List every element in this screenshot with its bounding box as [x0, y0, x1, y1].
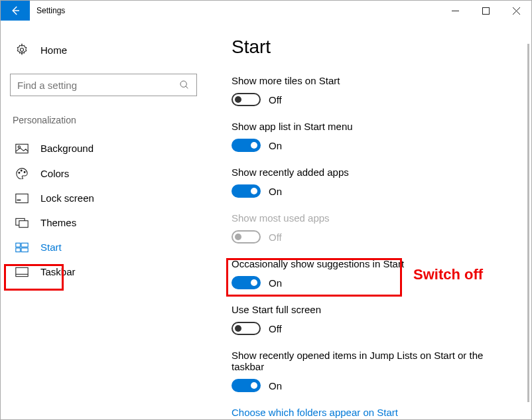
maximize-icon: [482, 7, 490, 15]
page-title: Start: [232, 36, 531, 58]
picture-icon: [15, 143, 29, 154]
toggle-state: On: [269, 380, 282, 391]
svg-rect-14: [17, 199, 21, 200]
lock-screen-icon: [15, 193, 29, 204]
sidebar-item-start[interactable]: Start: [10, 235, 214, 259]
toggle-state: On: [269, 140, 282, 151]
sidebar-item-background[interactable]: Background: [10, 136, 214, 161]
svg-point-11: [21, 170, 22, 171]
toggle-state: Off: [269, 232, 282, 243]
svg-point-9: [18, 145, 20, 147]
scrollbar[interactable]: [527, 44, 529, 402]
svg-rect-16: [19, 220, 28, 227]
setting-label: Show recently opened items in Jump Lists…: [232, 350, 497, 372]
svg-point-10: [19, 172, 20, 173]
search-icon: [179, 80, 190, 90]
sidebar-section-title: Personalization: [13, 115, 214, 125]
setting-label: Show app list in Start menu: [232, 121, 531, 132]
toggle-switch: [232, 230, 261, 244]
sidebar: Home Personalization Background Colors: [1, 21, 214, 420]
start-icon: [15, 242, 29, 253]
toggle-switch[interactable]: [232, 322, 261, 335]
svg-rect-8: [16, 144, 28, 153]
toggle-switch[interactable]: [232, 139, 261, 152]
toggle-switch[interactable]: [232, 379, 261, 392]
sidebar-home[interactable]: Home: [10, 39, 214, 60]
setting-show-app-list: Show app list in Start menu On: [232, 121, 531, 152]
toggle-state: On: [269, 186, 282, 197]
search-field[interactable]: [17, 80, 179, 91]
svg-rect-2: [482, 7, 489, 14]
sidebar-item-lock-screen[interactable]: Lock screen: [10, 186, 214, 210]
minimize-button[interactable]: [440, 1, 470, 21]
sidebar-item-label: Start: [40, 242, 62, 253]
svg-rect-20: [21, 247, 28, 251]
svg-rect-18: [21, 243, 28, 247]
toggle-switch[interactable]: [232, 184, 261, 198]
sidebar-home-label: Home: [40, 44, 67, 56]
search-input[interactable]: [10, 74, 197, 96]
toggle-state: Off: [269, 323, 282, 334]
setting-jump-lists: Show recently opened items in Jump Lists…: [232, 350, 531, 392]
main-panel: Start Show more tiles on Start Off Show …: [214, 21, 531, 420]
setting-suggestions: Occasionally show suggestions in Start O…: [232, 258, 531, 289]
sidebar-item-label: Taskbar: [40, 266, 76, 277]
annotation-switch-off: Switch off: [413, 266, 483, 283]
svg-rect-21: [16, 267, 28, 276]
sidebar-item-label: Background: [40, 143, 94, 154]
sidebar-item-themes[interactable]: Themes: [10, 210, 214, 235]
setting-most-used: Show most used apps Off: [232, 212, 531, 244]
sidebar-item-label: Themes: [40, 217, 76, 228]
setting-label: Use Start full screen: [232, 304, 531, 315]
svg-line-7: [186, 86, 188, 88]
themes-icon: [15, 218, 29, 228]
arrow-left-icon: [9, 5, 21, 17]
close-button[interactable]: [501, 1, 531, 21]
svg-rect-17: [16, 243, 21, 247]
svg-rect-13: [16, 194, 28, 202]
sidebar-item-taskbar[interactable]: Taskbar: [10, 259, 214, 284]
maximize-button[interactable]: [470, 1, 501, 21]
sidebar-item-label: Lock screen: [40, 192, 94, 204]
toggle-state: Off: [269, 94, 282, 105]
toggle-switch[interactable]: [232, 276, 261, 289]
taskbar-icon: [15, 267, 29, 277]
sidebar-item-colors[interactable]: Colors: [10, 161, 214, 186]
minimize-icon: [452, 7, 459, 15]
sidebar-item-label: Colors: [40, 168, 69, 179]
choose-folders-link[interactable]: Choose which folders appear on Start: [232, 407, 531, 418]
setting-full-screen: Use Start full screen Off: [232, 304, 531, 335]
setting-label: Show more tiles on Start: [232, 75, 531, 86]
app-title: Settings: [30, 1, 72, 21]
back-button[interactable]: [1, 1, 30, 21]
gear-icon: [15, 43, 29, 56]
svg-rect-19: [16, 247, 21, 251]
close-icon: [513, 7, 520, 15]
svg-point-5: [21, 48, 24, 52]
palette-icon: [15, 167, 29, 179]
svg-point-6: [180, 81, 186, 87]
setting-label: Show recently added apps: [232, 167, 531, 178]
titlebar: Settings: [1, 1, 531, 21]
setting-show-more-tiles: Show more tiles on Start Off: [232, 75, 531, 106]
setting-label: Show most used apps: [232, 212, 531, 224]
toggle-switch[interactable]: [232, 93, 261, 106]
svg-point-12: [24, 171, 25, 173]
setting-recently-added: Show recently added apps On: [232, 167, 531, 198]
setting-label: Occasionally show suggestions in Start: [232, 258, 531, 269]
toggle-state: On: [269, 277, 282, 289]
